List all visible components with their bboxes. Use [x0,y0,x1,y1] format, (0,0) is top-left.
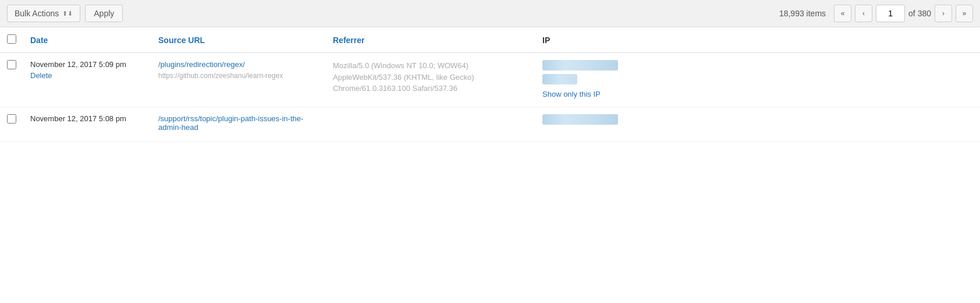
source-url-link[interactable]: /support/rss/topic/plugin-path-issues-in… [158,114,319,132]
page-number-input[interactable] [876,5,905,22]
header-ip: IP [535,27,980,53]
header-date[interactable]: Date [23,27,151,53]
bulk-actions-arrow-icon: ⬆⬇ [62,10,73,17]
prev-page-button[interactable]: ‹ [855,5,872,22]
toolbar: Bulk Actions ⬆⬇ Apply 18,993 items « ‹ o… [0,0,980,27]
show-only-this-ip-link[interactable]: Show only this IP [542,89,973,100]
log-table: Date Source URL Referrer IP November 12,… [0,27,980,142]
select-all-header [0,27,23,53]
source-url-link[interactable]: /plugins/redirection/regex/ [158,60,319,69]
apply-button[interactable]: Apply [85,5,123,22]
ip-blurred-bar [542,114,618,125]
bulk-actions-label: Bulk Actions [15,9,59,18]
row-date-cell: November 12, 2017 5:08 pm [23,107,151,142]
row-date: November 12, 2017 5:08 pm [30,114,144,123]
header-referrer[interactable]: Referrer [326,27,535,53]
row-checkbox-cell [0,53,23,107]
table-row: November 12, 2017 5:09 pmDelete/plugins/… [0,53,980,107]
table-row: November 12, 2017 5:08 pm/support/rss/to… [0,107,980,142]
delete-link[interactable]: Delete [30,71,52,80]
row-checkbox-cell [0,107,23,142]
header-source-url[interactable]: Source URL [151,27,326,53]
bulk-actions-dropdown[interactable]: Bulk Actions ⬆⬇ [7,5,80,22]
referrer-sub-link: https://github.com/zeeshanu/learn-regex [158,72,283,80]
row-ip-cell: Show only this IP [535,53,980,107]
row-checkbox[interactable] [7,60,16,69]
row-date: November 12, 2017 5:09 pm [30,60,144,69]
total-pages: of 380 [908,9,931,18]
ip-blurred-bar [542,60,618,71]
row-referrer-cell: Mozilla/5.0 (Windows NT 10.0; WOW64) App… [326,53,535,107]
row-ip-cell [535,107,980,142]
items-count: 18,993 items [779,9,826,18]
toolbar-left: Bulk Actions ⬆⬇ Apply [7,5,123,22]
row-checkbox[interactable] [7,114,16,124]
row-source-url-cell: /plugins/redirection/regex/https://githu… [151,53,326,107]
toolbar-right: 18,993 items « ‹ of 380 › » [779,5,973,22]
row-source-url-cell: /support/rss/topic/plugin-path-issues-in… [151,107,326,142]
ip-blurred-bar-2 [542,74,577,84]
row-date-cell: November 12, 2017 5:09 pmDelete [23,53,151,107]
next-page-button[interactable]: › [935,5,952,22]
last-page-button[interactable]: » [956,5,973,22]
select-all-checkbox[interactable] [7,34,16,44]
referrer-text: Mozilla/5.0 (Windows NT 10.0; WOW64) App… [333,61,474,93]
table-header-row: Date Source URL Referrer IP [0,27,980,53]
first-page-button[interactable]: « [834,5,851,22]
row-referrer-cell [326,107,535,142]
